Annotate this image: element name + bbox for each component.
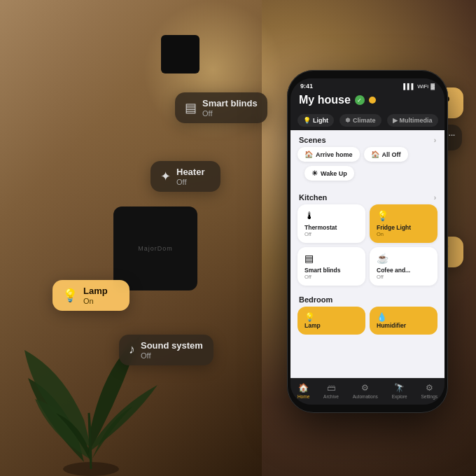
settings-nav-icon: ⚙ (426, 383, 433, 393)
heater-icon: ✦ (160, 169, 171, 184)
nav-home[interactable]: 🏠 Home (298, 383, 309, 399)
tab-light[interactable]: 💡 Light (298, 114, 334, 127)
bedroom-humidifier-tile[interactable]: 💧 Humidifier (370, 307, 438, 335)
kitchen-chevron[interactable]: › (434, 194, 436, 202)
bedroom-lamp-tile[interactable]: 💡 Lamp (298, 307, 365, 335)
light-tab-label: Light (313, 117, 328, 124)
multimedia-tab-icon: ▶ (393, 117, 398, 124)
lamp-status: On (83, 297, 108, 305)
kitchen-blinds-icon: ▤ (304, 253, 358, 264)
arrive-home-icon: 🏠 (304, 150, 313, 158)
coffee-icon: ☕ (377, 253, 430, 264)
status-bar: 9:41 ▌▌▌ WiFi ▓ (290, 78, 444, 91)
fridge-light-tile[interactable]: 💡 Fridge Light On (370, 204, 438, 243)
verified-icon: ✓ (355, 95, 365, 105)
lamp-icon: 💡 (62, 288, 78, 303)
heater-status: Off (176, 178, 204, 186)
scenes-chevron[interactable]: › (434, 136, 436, 144)
nav-settings[interactable]: ⚙ Settings (421, 383, 438, 399)
wake-up-icon: ☀ (312, 169, 318, 177)
arrive-home-label: Arrive home (316, 151, 353, 158)
kitchen-header: Kitchen › (290, 188, 444, 204)
sound-system-title: Sound system (141, 340, 203, 351)
bedroom-device-row: 💡 Lamp 💧 Humidifier (290, 307, 444, 339)
scene-wake-row: ☀ Wake Up (298, 166, 444, 185)
thermostat-tile[interactable]: 🌡 Thermostat Off (298, 204, 365, 243)
bedroom-humidifier-name: Humidifier (377, 322, 430, 329)
smart-blinds-icon: ▤ (185, 100, 197, 115)
app-content: Scenes › 🏠 Arrive home 🏠 All Off (290, 130, 444, 378)
device-brand-label: MajorDom (138, 245, 173, 252)
thermostat-status: Off (304, 231, 358, 237)
category-tabs: 💡 Light ❄ Climate ▶ Multimedia (290, 111, 444, 130)
nav-automations[interactable]: ⚙ Automations (353, 383, 378, 399)
multimedia-tab-label: Multimedia (400, 117, 433, 124)
sound-system-icon: ♪ (129, 342, 135, 357)
home-nav-icon: 🏠 (298, 383, 309, 393)
status-dot (369, 97, 376, 104)
explore-nav-label: Explore (392, 394, 407, 399)
explore-nav-icon: 🔭 (394, 383, 405, 393)
light-tab-icon: 💡 (303, 117, 311, 124)
status-icons: ▌▌▌ WiFi ▓ (403, 83, 435, 90)
kitchen-blinds-name: Smart blinds (304, 267, 358, 274)
bottom-nav: 🏠 Home 🗃 Archive ⚙ Automations 🔭 Explore… (290, 378, 444, 405)
phone-mockup: 9:41 ▌▌▌ WiFi ▓ My house ✓ 💡 (287, 70, 448, 413)
archive-nav-icon: 🗃 (327, 383, 335, 393)
app-title: My house (299, 94, 351, 106)
battery-icon: ▓ (430, 83, 435, 90)
kitchen-section: Kitchen › 🌡 Thermostat Off 💡 Fridge Ligh… (290, 188, 444, 290)
sound-system-card[interactable]: ♪ Sound system Off (119, 335, 214, 365)
wall-device-top (161, 35, 200, 74)
fridge-light-icon: 💡 (377, 210, 430, 221)
home-nav-label: Home (298, 394, 309, 399)
scenes-section: Scenes › 🏠 Arrive home 🏠 All Off (290, 130, 444, 185)
climate-tab-icon: ❄ (345, 117, 351, 124)
archive-nav-label: Archive (323, 394, 339, 399)
settings-nav-label: Settings (421, 394, 438, 399)
status-time: 9:41 (300, 83, 313, 90)
smart-blinds-card[interactable]: ▤ Smart blinds Off (175, 92, 267, 123)
all-off-icon: 🏠 (371, 150, 379, 158)
bedroom-lamp-name: Lamp (304, 322, 358, 329)
heater-title: Heater (176, 167, 204, 178)
bedroom-lamp-icon: 💡 (304, 312, 358, 322)
kitchen-device-grid: 🌡 Thermostat Off 💡 Fridge Light On ▤ Sma… (290, 204, 444, 290)
smart-blinds-status: Off (202, 109, 258, 118)
scene-arrive-home[interactable]: 🏠 Arrive home (298, 147, 360, 162)
smart-blinds-title: Smart blinds (202, 98, 258, 109)
tab-multimedia[interactable]: ▶ Multimedia (387, 114, 438, 127)
kitchen-blinds-tile[interactable]: ▤ Smart blinds Off (298, 247, 365, 286)
lamp-title: Lamp (83, 286, 108, 297)
automations-nav-icon: ⚙ (361, 383, 369, 393)
coffee-status: Off (377, 274, 430, 280)
lamp-card[interactable]: 💡 Lamp On (52, 280, 130, 311)
bedroom-title: Bedroom (299, 295, 332, 304)
tab-climate[interactable]: ❄ Climate (340, 114, 382, 127)
coffee-name: Cofee and... (377, 267, 430, 274)
signal-icon: ▌▌▌ (403, 83, 415, 90)
wifi-icon: WiFi (417, 83, 428, 90)
bedroom-humidifier-icon: 💧 (377, 312, 430, 322)
wake-up-label: Wake Up (321, 170, 347, 177)
wall-device-mid: MajorDom (113, 206, 197, 290)
nav-archive[interactable]: 🗃 Archive (323, 383, 339, 399)
kitchen-blinds-status: Off (304, 274, 358, 280)
kitchen-title: Kitchen (299, 193, 327, 202)
fridge-light-name: Fridge Light (377, 224, 430, 231)
automations-nav-label: Automations (353, 394, 378, 399)
scene-wake-up[interactable]: ☀ Wake Up (304, 166, 354, 181)
bedroom-section: Bedroom 💡 Lamp 💧 Humidifier (290, 290, 444, 339)
thermostat-icon: 🌡 (304, 210, 358, 221)
all-off-label: All Off (382, 151, 401, 158)
bedroom-header: Bedroom (290, 290, 444, 307)
nav-explore[interactable]: 🔭 Explore (392, 383, 407, 399)
scene-all-off[interactable]: 🏠 All Off (364, 147, 408, 162)
phone-outer: 9:41 ▌▌▌ WiFi ▓ My house ✓ 💡 (287, 70, 448, 413)
coffee-tile[interactable]: ☕ Cofee and... Off (370, 247, 438, 286)
sound-system-status: Off (141, 351, 203, 360)
phone-screen: 9:41 ▌▌▌ WiFi ▓ My house ✓ 💡 (290, 78, 444, 405)
heater-card[interactable]: ✦ Heater Off (150, 161, 220, 192)
app-header: My house ✓ (290, 91, 444, 111)
climate-tab-label: Climate (353, 117, 376, 124)
